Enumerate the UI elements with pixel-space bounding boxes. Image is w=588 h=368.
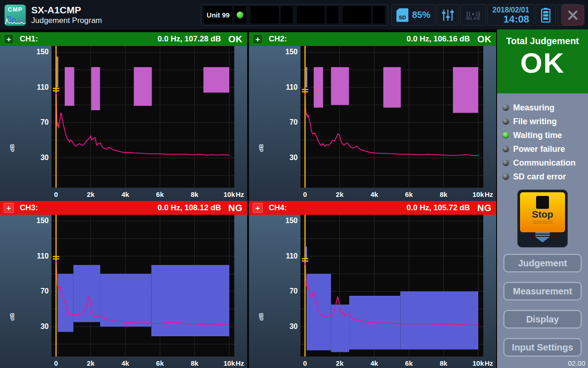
x-axis-tick: 2k bbox=[336, 359, 344, 367]
x-axis-tick: 6k bbox=[405, 190, 413, 198]
status-row-file-writing: File writing bbox=[503, 115, 588, 128]
y-axis-tick: 30 bbox=[0, 322, 49, 331]
app-identity: CMP SX-A1CMP Judgement Program bbox=[5, 5, 102, 26]
unit-led-icon bbox=[373, 6, 385, 23]
x-axis-tick: 0 bbox=[303, 359, 307, 367]
x-axis-tick: 4k bbox=[370, 190, 378, 198]
unit-slot-2[interactable] bbox=[250, 6, 293, 23]
x-axis-unit-label: Hz bbox=[236, 359, 244, 367]
cursor-reading: 0.0 Hz, 105.72 dB bbox=[407, 203, 470, 213]
unit-slot-4[interactable] bbox=[343, 6, 385, 23]
x-axis-tick: 10k bbox=[472, 359, 484, 367]
chart-body: 1501107030dB02k4k6k8k10kHz bbox=[249, 215, 496, 368]
status-row-sd-card-error: SD card error bbox=[503, 170, 588, 184]
channel-header-ch2[interactable]: + CH2: 0.0 Hz, 106.16 dB OK bbox=[249, 32, 496, 46]
app-title: SX-A1CMP bbox=[31, 5, 102, 16]
status-led-icon bbox=[503, 146, 509, 152]
spectrum-plot[interactable] bbox=[300, 215, 483, 356]
x-axis-unit-label: Hz bbox=[485, 190, 493, 198]
menu-buttons: JudgementMeasurementDisplayInput Setting… bbox=[497, 254, 588, 356]
y-axis-tick: 30 bbox=[249, 154, 298, 162]
y-axis-tick: 30 bbox=[249, 322, 298, 331]
channel-panel-ch1: + CH1: 0.0 Hz, 107.28 dB OK 1501107030dB… bbox=[0, 32, 247, 201]
channel-header-ch4[interactable]: + CH4: 0.0 Hz, 105.72 dB NG bbox=[249, 201, 496, 215]
status-label: Communication bbox=[513, 158, 576, 168]
cursor-reading: 0.0 Hz, 107.28 dB bbox=[158, 34, 221, 44]
date-value: 2018/02/01 bbox=[492, 6, 529, 14]
expand-plus-icon[interactable]: + bbox=[253, 34, 263, 44]
expand-plus-icon[interactable]: + bbox=[4, 34, 14, 44]
stop-grip-lines bbox=[532, 221, 553, 222]
x-axis-tick: 4k bbox=[121, 190, 129, 198]
measurement-button[interactable]: Measurement bbox=[503, 282, 582, 300]
x-axis-tick: 2k bbox=[87, 190, 95, 198]
unit-slot-1[interactable]: Unit 99 bbox=[204, 6, 246, 23]
channel-label: CH1: bbox=[20, 34, 38, 44]
x-axis-tick: 2k bbox=[87, 359, 95, 367]
mixer-icon bbox=[442, 9, 454, 22]
chart-body: 1501107030dB02k4k6k8k10kHz bbox=[0, 215, 247, 368]
sidebar: Total Judgement OK MeasuringFile writing… bbox=[497, 29, 588, 368]
slide-down-arrow-icon bbox=[518, 232, 567, 245]
status-led-icon bbox=[503, 104, 509, 111]
judgement-badge: NG bbox=[228, 203, 243, 213]
status-led-icon bbox=[503, 160, 509, 166]
stop-button[interactable]: Stop bbox=[517, 190, 568, 247]
judgement-button[interactable]: Judgement bbox=[503, 254, 582, 272]
input-settings-button[interactable]: Input Settings bbox=[503, 338, 582, 356]
y-axis-tick: 70 bbox=[0, 118, 49, 126]
unit-slot-label: Unit 99 bbox=[204, 6, 232, 23]
y-axis-label: dB bbox=[258, 144, 265, 152]
version-label: 02.00 bbox=[568, 359, 585, 367]
y-axis-label: dB bbox=[9, 313, 16, 321]
status-row-communication: Communication bbox=[503, 156, 588, 170]
close-button[interactable] bbox=[561, 5, 584, 25]
y-axis-tick: 110 bbox=[0, 252, 49, 260]
battery-icon bbox=[541, 8, 551, 23]
x-axis-tick: 0 bbox=[54, 190, 58, 198]
channel-header-ch1[interactable]: + CH1: 0.0 Hz, 107.28 dB OK bbox=[0, 32, 247, 46]
app-subtitle: Judgement Program bbox=[31, 16, 102, 26]
sd-status-cell: SD 85% bbox=[391, 4, 435, 26]
spectrum-plot[interactable] bbox=[300, 46, 483, 188]
stop-grip-lines bbox=[532, 223, 553, 224]
status-label: Measuring bbox=[513, 103, 554, 113]
unit-led-icon bbox=[234, 6, 246, 23]
x-axis-tick: 8k bbox=[191, 359, 198, 367]
x-axis-tick: 0 bbox=[303, 190, 307, 198]
y-axis-tick: 150 bbox=[0, 48, 49, 56]
y-axis-tick: 70 bbox=[0, 287, 49, 295]
y-axis-tick: 150 bbox=[249, 48, 298, 56]
status-label: Waiting time bbox=[513, 131, 562, 140]
display-button[interactable]: Display bbox=[503, 310, 582, 328]
y-axis-tick: 150 bbox=[249, 217, 298, 225]
judgement-badge: OK bbox=[228, 34, 243, 45]
channel-panel-ch3: + CH3: 0.0 Hz, 108.12 dB NG 1501107030dB… bbox=[0, 201, 247, 368]
datetime-cell: 2018/02/01 14:08 bbox=[487, 4, 534, 26]
x-axis-unit-label: Hz bbox=[485, 359, 493, 367]
x-axis-tick: 10k bbox=[223, 359, 235, 367]
y-axis-tick: 70 bbox=[249, 118, 298, 126]
channel-panel-ch2: + CH2: 0.0 Hz, 106.16 dB OK 1501107030dB… bbox=[249, 32, 496, 201]
app-screen: CMP SX-A1CMP Judgement Program Unit 99 S… bbox=[0, 0, 588, 368]
status-row-waiting-time: Waiting time bbox=[503, 128, 588, 142]
y-axis-tick: 110 bbox=[0, 83, 49, 92]
unit-led-icon bbox=[281, 6, 293, 23]
stop-square-icon bbox=[536, 196, 549, 209]
expand-plus-icon[interactable]: + bbox=[4, 203, 14, 213]
sd-capacity-value: 85% bbox=[412, 10, 430, 20]
spectrum-plot[interactable] bbox=[51, 215, 234, 356]
unit-slot-3[interactable] bbox=[297, 6, 339, 23]
close-icon bbox=[568, 10, 578, 20]
unit-slot-label bbox=[250, 6, 279, 23]
x-axis-tick: 4k bbox=[121, 359, 129, 367]
y-axis-tick: 70 bbox=[249, 287, 298, 295]
stop-label: Stop bbox=[532, 209, 554, 220]
x-axis-tick: 10k bbox=[223, 190, 235, 198]
judgement-badge: OK bbox=[477, 34, 492, 45]
y-axis-tick: 30 bbox=[0, 154, 49, 162]
expand-plus-icon[interactable]: + bbox=[253, 203, 263, 213]
unit-slot-label bbox=[297, 6, 325, 23]
spectrum-plot[interactable] bbox=[51, 46, 234, 188]
channel-header-ch3[interactable]: + CH3: 0.0 Hz, 108.12 dB NG bbox=[0, 201, 247, 215]
